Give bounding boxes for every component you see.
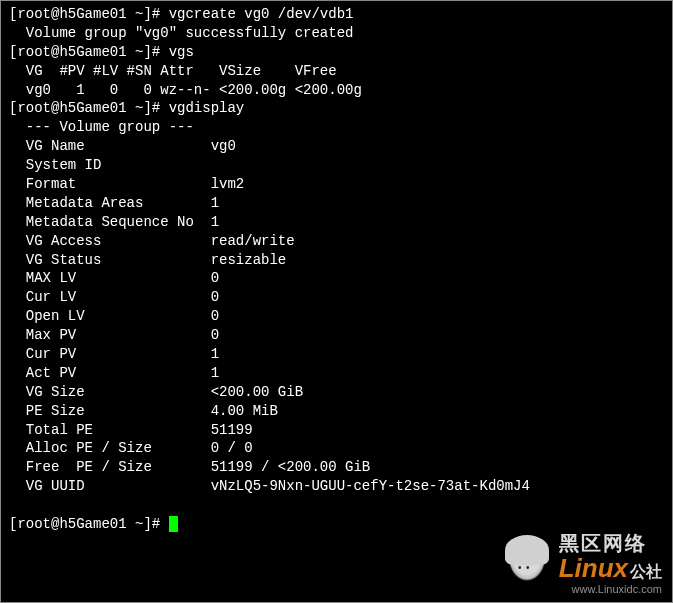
vgd-metadata-areas: Metadata Areas 1: [9, 194, 664, 213]
vgd-metadata-seq: Metadata Sequence No 1: [9, 213, 664, 232]
vgd-alloc-pe: Alloc PE / Size 0 / 0: [9, 439, 664, 458]
vgd-cur-pv: Cur PV 1: [9, 345, 664, 364]
shell-prompt: [root@h5Game01 ~]#: [9, 100, 169, 116]
vgd-vg-status: VG Status resizable: [9, 251, 664, 270]
command-text: vgcreate vg0 /dev/vdb1: [169, 6, 354, 22]
vgd-cur-lv: Cur LV 0: [9, 288, 664, 307]
vgd-act-pv: Act PV 1: [9, 364, 664, 383]
shell-prompt: [root@h5Game01 ~]#: [9, 516, 169, 532]
output-line: Volume group "vg0" successfully created: [9, 24, 664, 43]
blank-line: [9, 496, 664, 515]
terminal-line: [root@h5Game01 ~]# vgs: [9, 43, 664, 62]
terminal-line: [root@h5Game01 ~]# vgdisplay: [9, 99, 664, 118]
command-text: vgdisplay: [169, 100, 245, 116]
watermark-url: www.Linuxidc.com: [559, 582, 662, 597]
watermark-cn: 黑区网络: [559, 530, 662, 557]
vgd-header: --- Volume group ---: [9, 118, 664, 137]
vgd-vg-access: VG Access read/write: [9, 232, 664, 251]
terminal-line: [root@h5Game01 ~]# vgcreate vg0 /dev/vdb…: [9, 5, 664, 24]
vgd-total-pe: Total PE 51199: [9, 421, 664, 440]
shell-prompt: [root@h5Game01 ~]#: [9, 44, 169, 60]
watermark-brand: Linux公社: [559, 551, 662, 586]
vgs-header: VG #PV #LV #SN Attr VSize VFree: [9, 62, 664, 81]
vgd-max-lv: MAX LV 0: [9, 269, 664, 288]
vgd-vg-uuid: VG UUID vNzLQ5-9Nxn-UGUU-cefY-t2se-73at-…: [9, 477, 664, 496]
watermark: 黑区网络 Linux公社 www.Linuxidc.com: [503, 530, 662, 597]
vgd-free-pe: Free PE / Size 51199 / <200.00 GiB: [9, 458, 664, 477]
cursor-icon: [169, 516, 178, 532]
vgd-system-id: System ID: [9, 156, 664, 175]
vgd-max-pv: Max PV 0: [9, 326, 664, 345]
mushroom-icon: [503, 540, 551, 588]
vgd-vg-size: VG Size <200.00 GiB: [9, 383, 664, 402]
vgd-open-lv: Open LV 0: [9, 307, 664, 326]
watermark-text: 黑区网络 Linux公社 www.Linuxidc.com: [559, 530, 662, 597]
vgd-vg-name: VG Name vg0: [9, 137, 664, 156]
shell-prompt: [root@h5Game01 ~]#: [9, 6, 169, 22]
command-text: vgs: [169, 44, 194, 60]
terminal-line[interactable]: [root@h5Game01 ~]#: [9, 515, 664, 534]
vgd-pe-size: PE Size 4.00 MiB: [9, 402, 664, 421]
vgs-row: vg0 1 0 0 wz--n- <200.00g <200.00g: [9, 81, 664, 100]
vgd-format: Format lvm2: [9, 175, 664, 194]
